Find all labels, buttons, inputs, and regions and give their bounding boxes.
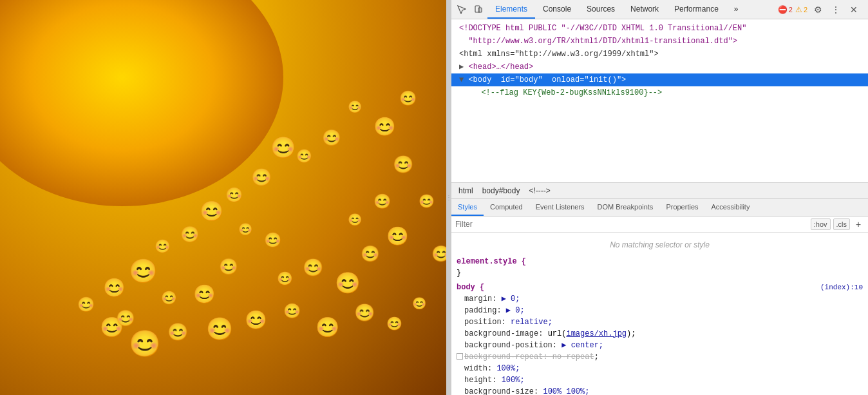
styles-filter-bar: :hov .cls + [451, 217, 868, 233]
inspect-element-button[interactable] [454, 2, 469, 17]
tab-sources[interactable]: Sources [579, 0, 623, 19]
smiley-emoji: 😊 [193, 284, 216, 305]
css-prop-checkbox[interactable] [457, 353, 463, 360]
smiley-emoji: 😊 [386, 316, 402, 331]
dom-tree-line[interactable]: <html xmlns="http://www.w3.org/1999/xhtm… [451, 48, 868, 61]
body-selector: body { [457, 283, 484, 292]
dom-tree[interactable]: <!DOCTYPE html PUBLIC "-//W3C//DTD XHTML… [451, 19, 868, 182]
smiley-emoji: 😊 [296, 148, 312, 164]
css-prop-name: padding [464, 306, 496, 315]
svg-rect-0 [475, 6, 480, 12]
smiley-emoji: 😊 [103, 277, 126, 298]
settings-button[interactable]: ⚙ [810, 2, 826, 17]
add-style-button[interactable]: + [853, 218, 864, 230]
dom-tree-line[interactable]: <!DOCTYPE html PUBLIC "-//W3C//DTD XHTML… [451, 22, 868, 35]
panel-divider[interactable]: ⋮ [446, 0, 451, 395]
styles-tab-accessibility[interactable]: Accessibility [705, 199, 757, 216]
css-prop-name: background-position [464, 341, 552, 350]
breadcrumb: html body#body <!----> [451, 182, 868, 199]
css-value-link[interactable]: images/xh.jpg [566, 329, 627, 338]
element-style-selector: element.style { [457, 257, 526, 266]
css-rules-panel[interactable]: No matching selector or styleelement.sty… [451, 233, 868, 396]
css-value: ▶ 0; [502, 294, 520, 303]
css-prop-name: background-size [464, 387, 534, 396]
tab-network[interactable]: Network [623, 0, 666, 19]
smiley-emoji: 😊 [270, 135, 296, 160]
smiley-emoji: 😊 [200, 200, 223, 222]
hov-button[interactable]: :hov [811, 218, 831, 230]
css-prop-name: background-image [464, 329, 538, 338]
device-toolbar-button[interactable] [471, 2, 486, 17]
no-matching-style: No matching selector or style [451, 235, 868, 255]
css-value: 100%; [496, 364, 520, 373]
breadcrumb-item[interactable]: <!----> [527, 186, 552, 196]
breadcrumb-item[interactable]: body#body [480, 186, 522, 196]
smiley-emoji: 😊 [303, 258, 323, 278]
dom-tree-line[interactable]: ▼ <body id="body" onload="init()"> [451, 73, 868, 86]
css-value: 100% 100%; [543, 387, 589, 396]
breadcrumb-item[interactable]: html [457, 186, 475, 196]
css-prop-name: position [464, 318, 502, 327]
smiley-emoji: 😊 [399, 90, 417, 107]
css-strikethrough-prop: background-repeat: no-repeat [464, 352, 594, 361]
main-tabs: Elements Console Sources Network Perform… [487, 0, 777, 19]
warning-count: 2 [804, 6, 807, 14]
smiley-emoji: 😊 [167, 322, 188, 342]
smiley-emoji: 😊 [316, 316, 339, 338]
smiley-emoji: 😊 [129, 258, 158, 285]
smiley-emoji: 😊 [373, 116, 396, 137]
smiley-emoji: 😊 [129, 329, 161, 359]
webpage-preview: 😊😊😊😊😊😊😊😊😊😊😊😊😊😊😊😊😊😊😊😊😊😊😊😊😊😊😊😊😊😊😊😊😊😊😊😊😊😊😊😊 [0, 0, 446, 395]
smiley-emoji: 😊 [251, 168, 272, 188]
tab-performance[interactable]: Performance [666, 0, 726, 19]
css-value: relative; [511, 318, 552, 327]
smiley-emoji: 😊 [386, 226, 409, 247]
element-style-close: } [457, 269, 461, 278]
styles-panel-tabs: StylesComputedEvent ListenersDOM Breakpo… [451, 199, 868, 217]
tab-more[interactable]: » [726, 0, 746, 19]
smiley-emoji: 😊 [348, 100, 362, 114]
smiley-emoji: 😊 [238, 222, 252, 236]
smiley-emoji: 😊 [264, 232, 281, 249]
close-devtools-button[interactable]: ✕ [846, 2, 862, 17]
devtools-right-icons: ⛔ 2 ⚠ 2 ⚙ ⋮ ✕ [778, 2, 865, 17]
error-count: 2 [789, 6, 793, 14]
smiley-emoji: 😊 [180, 226, 200, 244]
css-value: ▶ center; [561, 341, 603, 350]
styles-tab-styles[interactable]: Styles [451, 199, 484, 216]
source-link[interactable]: (index):10 [820, 282, 863, 293]
styles-filter-input[interactable] [455, 220, 808, 229]
smiley-emoji: 😊 [245, 309, 267, 331]
tab-elements[interactable]: Elements [487, 0, 535, 19]
cls-button[interactable]: .cls [833, 218, 851, 230]
styles-tab-event-listeners[interactable]: Event Listeners [529, 199, 591, 216]
smiley-emoji: 😊 [361, 245, 380, 263]
css-value: ▶ 0; [506, 306, 525, 315]
smiley-emoji: 😊 [219, 258, 238, 276]
dom-tree-line[interactable]: ▶ <head>…</head> [451, 61, 868, 73]
error-badge: ⛔ 2 [778, 5, 793, 14]
smiley-emoji: 😊 [206, 316, 233, 342]
smiley-emoji: 😊 [373, 193, 391, 210]
smiley-emoji: 😊 [155, 238, 171, 254]
dom-tree-line[interactable]: "http://www.w3.org/TR/xhtml1/DTD/xhtml1-… [451, 35, 868, 48]
smiley-emoji: 😊 [277, 271, 293, 286]
css-prop-name: width [464, 364, 487, 373]
smiley-emoji: 😊 [393, 155, 413, 175]
styles-tab-dom-breakpoints[interactable]: DOM Breakpoints [591, 199, 660, 216]
dom-tree-line[interactable]: <!--flag KEY{Web-2-bugKssNNikls9100}--> [451, 86, 868, 99]
smiley-emoji: 😊 [348, 213, 362, 227]
smiley-emoji: 😊 [100, 316, 124, 338]
smiley-emoji: 😊 [431, 245, 446, 263]
styles-tab-properties[interactable]: Properties [659, 199, 704, 216]
error-icon: ⛔ [778, 5, 788, 14]
devtools-panel: Elements Console Sources Network Perform… [451, 0, 868, 395]
more-options-button[interactable]: ⋮ [828, 2, 844, 17]
css-prop-name: height [464, 376, 492, 385]
smiley-emoji: 😊 [412, 296, 426, 311]
smiley-emoji: 😊 [161, 290, 177, 305]
smiley-emoji: 😊 [77, 296, 95, 313]
tab-console[interactable]: Console [535, 0, 579, 19]
css-value: 100%; [502, 376, 525, 385]
styles-tab-computed[interactable]: Computed [484, 199, 529, 216]
